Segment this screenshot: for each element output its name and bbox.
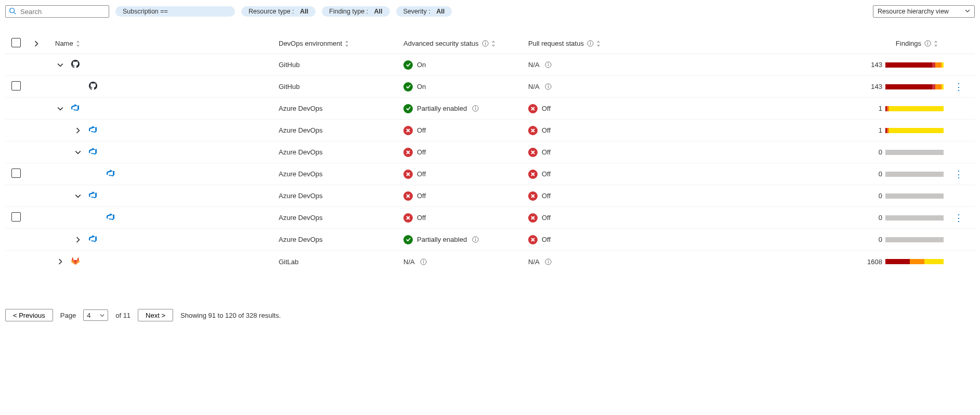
table-row[interactable]: GitHub On N/A 143⋮: [5, 76, 975, 98]
row-more-button[interactable]: ⋮: [954, 213, 963, 223]
env-cell: GitLab: [279, 258, 403, 266]
env-cell: Azure DevOps: [279, 192, 403, 200]
status-on: Partially enabled: [403, 104, 528, 113]
env-cell: GitHub: [279, 83, 403, 90]
table-row[interactable]: Azure DevOps Off Off 0: [5, 141, 975, 163]
status-off: Off: [528, 126, 653, 135]
filter-finding-type[interactable]: Finding type : All: [322, 6, 390, 17]
table-row[interactable]: Azure DevOps Off Off 1: [5, 120, 975, 141]
status-off: Off: [528, 148, 653, 157]
info-icon[interactable]: [420, 258, 427, 265]
svg-point-7: [590, 42, 591, 42]
info-icon[interactable]: [587, 40, 594, 47]
status-off: Off: [403, 170, 528, 179]
gitlab-icon: [71, 256, 80, 267]
sort-icon: [933, 41, 938, 47]
info-icon[interactable]: [545, 258, 552, 265]
expand-row-button[interactable]: [73, 235, 83, 245]
search-input[interactable]: [19, 7, 106, 16]
env-cell: GitHub: [279, 61, 403, 69]
azuredevops-icon: [88, 234, 98, 245]
expand-all-button[interactable]: [31, 38, 42, 49]
row-checkbox[interactable]: [11, 212, 21, 222]
prev-button[interactable]: < Previous: [5, 309, 53, 321]
next-button[interactable]: Next >: [138, 309, 173, 321]
findings-bar: [885, 259, 944, 264]
search-box[interactable]: [5, 5, 109, 18]
info-icon[interactable]: [924, 40, 931, 47]
page-of: of 11: [115, 312, 130, 319]
table-row[interactable]: Azure DevOps Partially enabled Off 1: [5, 98, 975, 120]
expand-row-button[interactable]: [73, 147, 83, 158]
findings-count: 0: [864, 148, 882, 156]
info-icon[interactable]: [545, 61, 552, 68]
x-icon: [528, 170, 538, 179]
select-all-checkbox[interactable]: [11, 38, 21, 47]
findings-cell: 143: [653, 61, 954, 69]
status-on: Partially enabled: [403, 235, 528, 244]
info-icon[interactable]: [482, 40, 489, 47]
row-checkbox[interactable]: [11, 81, 21, 90]
env-cell: Azure DevOps: [279, 236, 403, 243]
svg-point-25: [423, 260, 423, 260]
x-icon: [528, 126, 538, 135]
status-na: N/A: [403, 258, 528, 266]
svg-point-16: [547, 85, 548, 85]
findings-count: 0: [864, 192, 882, 200]
table-row[interactable]: Azure DevOps Off Off 0⋮: [5, 163, 975, 185]
svg-point-4: [485, 42, 485, 42]
results-grid: Name DevOps environment Advanced securit…: [5, 33, 975, 273]
x-icon: [528, 191, 538, 201]
info-icon[interactable]: [545, 83, 552, 90]
findings-cell: 1: [653, 105, 954, 112]
x-icon: [528, 104, 538, 113]
view-dropdown[interactable]: Resource hierarchy view: [873, 5, 975, 18]
status-off: Off: [403, 191, 528, 201]
x-icon: [403, 213, 413, 223]
info-icon[interactable]: [472, 236, 479, 243]
row-checkbox[interactable]: [11, 168, 21, 178]
expand-row-button[interactable]: [73, 125, 83, 136]
status-na: N/A: [528, 258, 653, 266]
findings-cell: 0: [653, 236, 954, 243]
expand-row-button[interactable]: [55, 256, 66, 267]
filter-resource-type[interactable]: Resource type : All: [241, 6, 316, 17]
svg-point-28: [547, 260, 548, 260]
filter-severity[interactable]: Severity : All: [396, 6, 452, 17]
status-off: Off: [528, 191, 653, 201]
col-name[interactable]: Name: [55, 40, 279, 47]
status-off: Off: [528, 170, 653, 179]
filter-subscription[interactable]: Subscription ==: [115, 6, 235, 17]
col-security[interactable]: Advanced security status: [403, 40, 528, 47]
svg-point-10: [927, 42, 928, 42]
findings-count: 0: [864, 214, 882, 222]
table-row[interactable]: Azure DevOps Partially enabled Off 0: [5, 229, 975, 251]
row-more-button[interactable]: ⋮: [954, 82, 963, 92]
col-pr[interactable]: Pull request status: [528, 40, 653, 47]
findings-cell: 0: [653, 148, 954, 156]
table-row[interactable]: GitLab N/A N/A 1608: [5, 251, 975, 273]
expand-row-button[interactable]: [55, 103, 66, 114]
findings-bar: [885, 128, 944, 133]
grid-header: Name DevOps environment Advanced securit…: [5, 33, 975, 54]
svg-point-19: [475, 107, 476, 107]
status-na: N/A: [528, 61, 653, 69]
page-dropdown[interactable]: 4: [83, 309, 108, 321]
findings-cell: 1: [653, 126, 954, 134]
table-row[interactable]: Azure DevOps Off Off 0⋮: [5, 207, 975, 229]
expand-row-button[interactable]: [73, 191, 83, 201]
findings-bar: [885, 172, 944, 177]
row-more-button[interactable]: ⋮: [954, 169, 963, 179]
findings-bar: [885, 215, 944, 221]
azuredevops-icon: [106, 212, 115, 223]
col-env[interactable]: DevOps environment: [279, 40, 403, 47]
filter-bar: Subscription == Resource type : All Find…: [5, 5, 975, 18]
findings-bar: [885, 150, 944, 155]
expand-row-button[interactable]: [55, 60, 66, 70]
results-summary: Showing 91 to 120 of 328 results.: [180, 312, 281, 319]
col-findings[interactable]: Findings: [653, 40, 954, 47]
info-icon[interactable]: [472, 105, 479, 112]
table-row[interactable]: GitHub On N/A 143: [5, 54, 975, 76]
x-icon: [528, 235, 538, 244]
table-row[interactable]: Azure DevOps Off Off 0: [5, 185, 975, 207]
